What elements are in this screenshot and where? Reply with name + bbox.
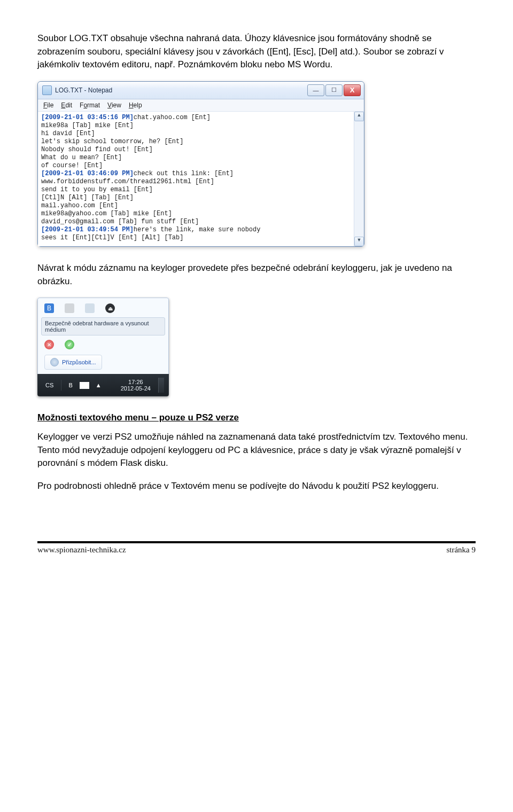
scroll-down-icon[interactable]: ▼	[354, 237, 364, 246]
paragraph-2: Návrat k módu záznamu na keyloger proved…	[37, 262, 476, 288]
computer-icon[interactable]	[65, 303, 74, 313]
menu-view[interactable]: View	[107, 102, 121, 109]
menu-file[interactable]: File	[43, 102, 53, 109]
menu-format[interactable]: Format	[80, 102, 100, 109]
paragraph-3: Keylogger ve verzi PS2 umožňuje náhled n…	[37, 431, 476, 470]
notepad-titlebar: LOG.TXT - Notepad — ☐ X	[38, 82, 364, 99]
footer-page: stránka 9	[446, 545, 476, 555]
scroll-up-icon[interactable]: ▲	[354, 112, 364, 121]
bluetooth-icon[interactable]: B	[44, 303, 54, 313]
show-desktop-button[interactable]	[158, 378, 164, 393]
notepad-scrollbar[interactable]: ▲ ▼	[354, 112, 364, 246]
network-icon[interactable]: ▲	[94, 380, 103, 390]
minimize-button[interactable]: —	[307, 84, 324, 96]
footer-url: www.spionazni-technika.cz	[37, 545, 126, 555]
taskbar-tray: CS B ▲ 17:26 2012-05-24	[37, 374, 169, 396]
notepad-screenshot: LOG.TXT - Notepad — ☐ X File Edit Format…	[37, 81, 476, 247]
maximize-button[interactable]: ☐	[325, 84, 343, 96]
notepad-textarea[interactable]: [2009-21-01 03:45:16 PM]chat.yahoo.com […	[38, 112, 354, 246]
tray-bluetooth-icon[interactable]: B	[66, 380, 75, 390]
gear-icon	[50, 358, 59, 366]
close-button[interactable]: X	[344, 84, 361, 96]
action-center-icon[interactable]	[80, 382, 89, 389]
paragraph-1: Soubor LOG.TXT obsahuje všechna nahraná …	[37, 32, 476, 72]
safely-remove-icon[interactable]: ⏏	[105, 303, 115, 313]
monitor-icon[interactable]	[85, 303, 95, 313]
menu-edit[interactable]: Edit	[61, 102, 72, 109]
error-icon[interactable]: ✕	[44, 340, 54, 349]
ok-icon[interactable]: ✓	[65, 340, 74, 349]
tray-clock[interactable]: 17:26 2012-05-24	[121, 379, 151, 392]
notepad-title: LOG.TXT - Notepad	[55, 87, 112, 94]
paragraph-4: Pro podrobnosti ohledně práce v Textovém…	[37, 480, 476, 493]
tray-tooltip: Bezpečně odebrat hardware a vysunout méd…	[41, 317, 165, 335]
tray-popup: B ⏏ Bezpečně odebrat hardware a vysunout…	[37, 298, 169, 374]
menu-help[interactable]: Help	[129, 102, 142, 109]
tray-separator	[61, 380, 61, 391]
clock-date: 2012-05-24	[121, 385, 151, 392]
systray-screenshot: B ⏏ Bezpečně odebrat hardware a vysunout…	[37, 298, 476, 396]
page-footer: www.spionazni-technika.cz stránka 9	[37, 541, 476, 555]
customize-button[interactable]: Přizpůsobit...	[44, 355, 102, 370]
customize-label: Přizpůsobit...	[62, 359, 96, 365]
section-heading: Možnosti textového menu – pouze u PS2 ve…	[37, 412, 476, 423]
notepad-app-icon	[42, 85, 52, 95]
language-indicator[interactable]: CS	[42, 381, 57, 389]
clock-time: 17:26	[121, 379, 151, 386]
notepad-menubar: File Edit Format View Help	[38, 99, 364, 112]
